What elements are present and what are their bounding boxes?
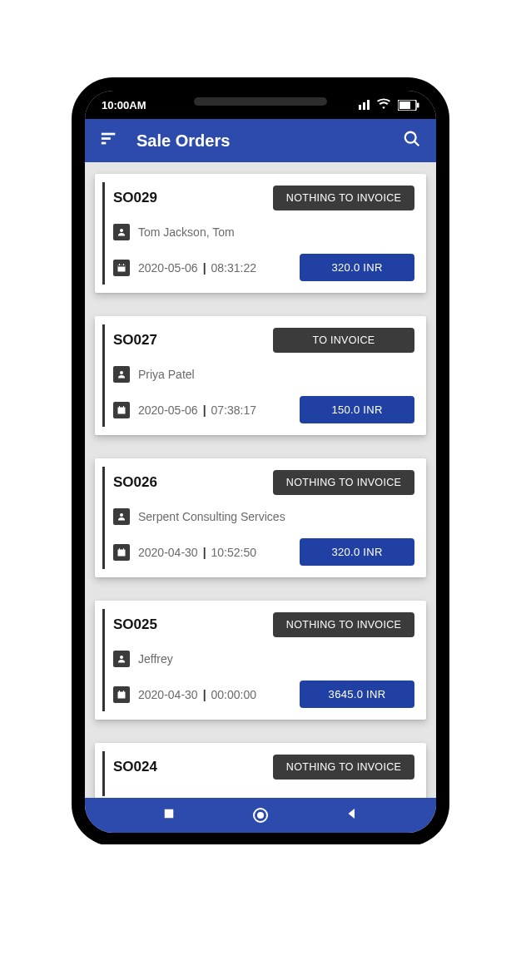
- order-date: 2020-05-06: [138, 261, 198, 275]
- order-card[interactable]: SO025 NOTHING TO INVOICE Jeffrey 2020-04…: [95, 601, 426, 720]
- person-icon: [113, 651, 130, 667]
- svg-point-6: [405, 132, 416, 143]
- order-time: 07:38:17: [211, 403, 257, 417]
- amount-badge: 320.0 INR: [300, 538, 414, 566]
- svg-rect-19: [119, 548, 120, 550]
- svg-rect-16: [123, 406, 124, 408]
- battery-icon: [398, 100, 419, 111]
- svg-rect-2: [417, 102, 419, 107]
- svg-line-7: [414, 141, 419, 146]
- order-id: SO024: [113, 759, 157, 775]
- status-time: 10:00AM: [102, 99, 146, 111]
- signal-icon: [359, 100, 370, 110]
- amount-badge: 150.0 INR: [300, 396, 414, 423]
- calendar-icon: [113, 260, 130, 276]
- svg-rect-20: [123, 548, 124, 550]
- back-button[interactable]: [345, 806, 360, 824]
- calendar-icon: [113, 402, 130, 418]
- svg-rect-1: [399, 101, 410, 109]
- svg-point-8: [120, 229, 123, 232]
- person-icon: [113, 508, 130, 525]
- status-badge: TO INVOICE: [273, 328, 414, 353]
- recent-apps-button[interactable]: [161, 806, 176, 824]
- order-date: 2020-05-06: [138, 403, 198, 417]
- system-nav: [85, 798, 436, 833]
- person-icon: [113, 224, 130, 240]
- order-card[interactable]: SO029 NOTHING TO INVOICE Tom Jackson, To…: [95, 174, 426, 293]
- customer-name: Jeffrey: [138, 652, 173, 666]
- order-date: 2020-04-30: [138, 546, 198, 559]
- order-card[interactable]: SO026 NOTHING TO INVOICE Serpent Consult…: [95, 458, 426, 577]
- svg-rect-10: [118, 265, 126, 266]
- order-card[interactable]: SO024 NOTHING TO INVOICE: [95, 743, 426, 798]
- status-badge: NOTHING TO INVOICE: [273, 612, 414, 637]
- svg-rect-18: [118, 549, 126, 556]
- svg-point-21: [120, 656, 123, 659]
- svg-rect-3: [102, 133, 115, 136]
- customer-name: Serpent Consulting Services: [138, 510, 285, 523]
- app-header: Sale Orders: [85, 119, 436, 162]
- svg-rect-24: [123, 690, 124, 692]
- order-date: 2020-04-30: [138, 688, 198, 701]
- page-title: Sale Orders: [136, 131, 385, 151]
- order-id: SO026: [113, 474, 157, 491]
- svg-rect-11: [119, 264, 120, 265]
- wifi-icon: [376, 97, 391, 114]
- order-list[interactable]: SO029 NOTHING TO INVOICE Tom Jackson, To…: [85, 162, 436, 798]
- svg-point-17: [120, 513, 123, 517]
- status-badge: NOTHING TO INVOICE: [273, 755, 414, 780]
- calendar-icon: [113, 686, 130, 703]
- order-id: SO029: [113, 190, 157, 206]
- order-time: 08:31:22: [211, 261, 257, 275]
- order-id: SO025: [113, 616, 157, 633]
- search-icon[interactable]: [403, 130, 421, 151]
- customer-name: Tom Jackson, Tom: [138, 225, 235, 239]
- svg-rect-4: [102, 137, 111, 140]
- status-badge: NOTHING TO INVOICE: [273, 186, 414, 210]
- amount-badge: 320.0 INR: [300, 254, 414, 281]
- order-id: SO027: [113, 332, 157, 349]
- svg-rect-15: [119, 406, 120, 408]
- svg-rect-25: [165, 809, 174, 819]
- customer-name: Priya Patel: [138, 368, 195, 381]
- svg-point-13: [120, 371, 123, 374]
- person-icon: [113, 366, 130, 383]
- home-button[interactable]: [253, 808, 268, 823]
- status-badge: NOTHING TO INVOICE: [273, 470, 414, 495]
- calendar-icon: [113, 544, 130, 561]
- svg-rect-22: [118, 691, 126, 698]
- svg-rect-23: [119, 690, 120, 692]
- svg-rect-5: [102, 142, 107, 145]
- order-card[interactable]: SO027 TO INVOICE Priya Patel 2020-05-06 …: [95, 316, 426, 435]
- status-icons: [359, 97, 419, 114]
- order-time: 10:52:50: [211, 546, 257, 559]
- svg-rect-14: [118, 407, 126, 413]
- filter-icon[interactable]: [100, 130, 118, 151]
- amount-badge: 3645.0 INR: [300, 681, 414, 708]
- order-time: 00:00:00: [211, 688, 257, 701]
- svg-rect-12: [123, 264, 124, 265]
